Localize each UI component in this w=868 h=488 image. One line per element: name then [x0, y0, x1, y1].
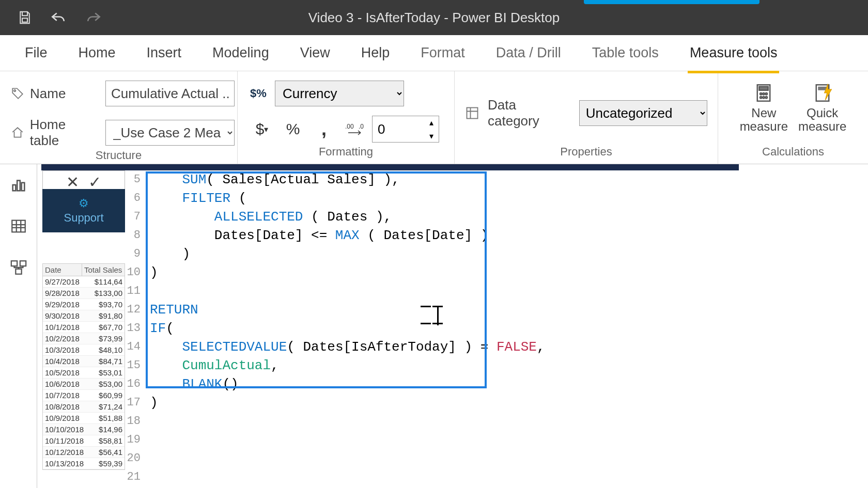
ribbon-tab-measure-tools[interactable]: Measure tools [688, 41, 780, 65]
svg-rect-16 [17, 181, 20, 191]
table-row[interactable]: 9/28/2018$133,00 [43, 288, 125, 299]
dax-editor[interactable]: 5 SUM( Sales[Actual Sales] ),6 FILTER (7… [125, 170, 863, 488]
code-content: ) [145, 245, 190, 263]
table-row[interactable]: 10/11/2018$58,81 [43, 435, 125, 447]
code-line[interactable]: 12RETURN [125, 301, 863, 319]
group-label-properties: Properties [465, 145, 707, 162]
svg-rect-17 [21, 183, 24, 191]
code-content: ALLSELECTED ( Dates ), [145, 208, 392, 226]
cancel-formula-button[interactable]: ✕ [66, 173, 79, 191]
ribbon-tab-home[interactable]: Home [76, 41, 118, 65]
svg-point-7 [760, 93, 762, 95]
view-rail [0, 164, 37, 488]
data-category-select[interactable]: Uncategorized [579, 100, 707, 126]
format-select[interactable]: Currency [275, 81, 404, 106]
percent-button[interactable]: % [279, 116, 307, 143]
redo-button[interactable] [84, 8, 102, 27]
table-row[interactable]: 10/9/2018$51,88 [43, 413, 125, 424]
line-number: 13 [125, 319, 145, 338]
ribbon-tab-insert[interactable]: Insert [145, 41, 184, 65]
table-row[interactable]: 10/8/2018$71,24 [43, 401, 125, 413]
svg-point-12 [766, 97, 768, 99]
code-content: Dates[Date] <= MAX ( Dates[Date] ) [145, 226, 488, 245]
table-row[interactable]: 10/13/2018$59,39 [43, 458, 125, 469]
decimals-input[interactable] [373, 116, 424, 142]
report-view-button[interactable] [8, 175, 29, 195]
support-label: Support [64, 211, 103, 225]
code-line[interactable]: 14 SELECTEDVALUE( Dates[IsAfterToday] ) … [125, 338, 863, 356]
table-row[interactable]: 9/30/2018$91,80 [43, 310, 125, 322]
table-row[interactable]: 10/4/2018$84,71 [43, 356, 125, 367]
decimals-down[interactable]: ▾ [424, 129, 439, 143]
code-line[interactable]: 10) [125, 263, 863, 282]
ribbon-tab-help[interactable]: Help [359, 41, 392, 65]
group-label-structure: Structure [10, 149, 227, 165]
decimal-button[interactable]: .00.0 [341, 116, 369, 143]
code-line[interactable]: 17) [125, 393, 863, 412]
svg-point-8 [763, 93, 765, 95]
svg-point-1 [14, 90, 16, 91]
line-number: 16 [125, 375, 145, 393]
support-tile[interactable]: ⚙ Support [42, 189, 125, 232]
table-row[interactable]: 10/5/2018$53,01 [43, 367, 125, 379]
code-line[interactable]: 9 ) [125, 245, 863, 263]
commit-formula-button[interactable]: ✓ [88, 173, 101, 191]
data-category-label: Data category [488, 97, 571, 129]
ribbon-tab-modeling[interactable]: Modeling [210, 41, 271, 65]
decimals-spinner[interactable]: ▴ ▾ [372, 116, 439, 143]
table-row[interactable]: 9/29/2018$93,70 [43, 299, 125, 310]
code-line[interactable]: 21 [125, 468, 863, 486]
code-line[interactable]: 7 ALLSELECTED ( Dates ), [125, 208, 863, 226]
table-row[interactable]: 10/3/2018$48,10 [43, 344, 125, 356]
table-row[interactable]: 10/2/2018$73,99 [43, 333, 125, 344]
ribbon-tab-table-tools[interactable]: Table tools [590, 41, 661, 65]
code-content: RETURN [145, 301, 198, 319]
code-line[interactable]: 15 CumulActual, [125, 356, 863, 375]
svg-rect-0 [22, 18, 27, 22]
preview-table: DateTotal Sales9/27/2018$114,649/28/2018… [42, 263, 125, 470]
tag-icon [10, 86, 25, 101]
code-line[interactable]: 20 [125, 449, 863, 468]
table-row[interactable]: 10/7/2018$60,99 [43, 390, 125, 401]
table-row[interactable]: 10/12/2018$56,41 [43, 447, 125, 458]
code-line[interactable]: 16 BLANK() [125, 375, 863, 393]
col-total-sales: Total Sales [82, 264, 125, 276]
code-line[interactable]: 19 [125, 431, 863, 449]
quick-measure-button[interactable]: Quick measure [798, 81, 846, 134]
ribbon-tab-file[interactable]: File [23, 41, 50, 65]
home-table-label: Home table [30, 117, 98, 149]
code-line[interactable]: 6 FILTER ( [125, 189, 863, 208]
measure-name-input[interactable] [105, 81, 235, 106]
ribbon-tab-view[interactable]: View [298, 41, 332, 65]
new-measure-button[interactable]: New measure [740, 81, 788, 134]
code-content: ) [145, 393, 158, 412]
table-row[interactable]: 10/1/2018$67,70 [43, 322, 125, 333]
ribbon-tabs: FileHomeInsertModelingViewHelpFormatData… [0, 35, 868, 71]
model-view-button[interactable] [8, 257, 29, 278]
group-label-calculations: Calculations [729, 145, 858, 162]
text-cursor [431, 306, 444, 326]
save-button[interactable] [16, 8, 34, 27]
line-number: 6 [125, 189, 145, 208]
currency-button[interactable]: $▾ [248, 116, 276, 143]
line-number: 14 [125, 338, 145, 356]
decimals-up[interactable]: ▴ [424, 116, 439, 129]
code-line[interactable]: 13IF( [125, 319, 863, 338]
col-date: Date [43, 264, 82, 276]
code-line[interactable]: 8 Dates[Date] <= MAX ( Dates[Date] ) [125, 226, 863, 245]
code-content: CumulActual, [145, 356, 279, 375]
code-line[interactable]: 5 SUM( Sales[Actual Sales] ), [125, 170, 863, 189]
code-line[interactable]: 18 [125, 412, 863, 431]
thousands-button[interactable]: , [310, 116, 338, 143]
ribbon-tab-format[interactable]: Format [419, 41, 467, 65]
data-view-button[interactable] [8, 216, 29, 237]
quick-measure-text: Quick measure [798, 106, 846, 134]
ribbon-tab-data-drill[interactable]: Data / Drill [494, 41, 563, 65]
table-row[interactable]: 10/6/2018$53,00 [43, 379, 125, 390]
table-row[interactable]: 10/10/2018$14,96 [43, 424, 125, 435]
ribbon-group-structure: Name Home table _Use Case 2 Measu... [0, 71, 238, 164]
undo-button[interactable] [50, 8, 68, 27]
home-table-select[interactable]: _Use Case 2 Measu... [105, 120, 235, 146]
code-line[interactable]: 11 [125, 282, 863, 301]
table-row[interactable]: 9/27/2018$114,64 [43, 276, 125, 288]
